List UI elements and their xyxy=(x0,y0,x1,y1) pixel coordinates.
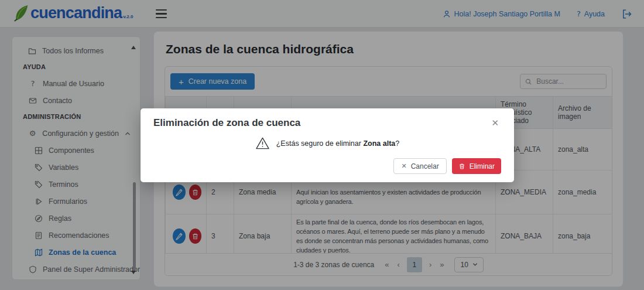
cancel-button[interactable]: ✕ Cancelar xyxy=(393,158,446,174)
modal-body: ¿Estás seguro de eliminar Zona alta? xyxy=(153,137,501,150)
trash-icon xyxy=(458,163,465,170)
warning-icon xyxy=(255,137,270,150)
modal-title: Eliminación de zona de cuenca xyxy=(153,117,300,129)
confirm-delete-button[interactable]: Eliminar xyxy=(452,158,501,174)
modal-header: Eliminación de zona de cuenca ✕ xyxy=(153,117,501,129)
x-icon: ✕ xyxy=(401,162,406,170)
delete-zone-modal: Eliminación de zona de cuenca ✕ ¿Estás s… xyxy=(141,108,514,182)
close-icon[interactable]: ✕ xyxy=(489,117,501,128)
app-root: cuencandina v.2.0 Hola! Joseph Santiago … xyxy=(0,0,644,290)
confirm-question: ¿Estás seguro de eliminar Zona alta? xyxy=(276,139,400,148)
modal-footer: ✕ Cancelar Eliminar xyxy=(393,158,501,174)
zone-name-emphasis: Zona alta xyxy=(363,139,395,148)
